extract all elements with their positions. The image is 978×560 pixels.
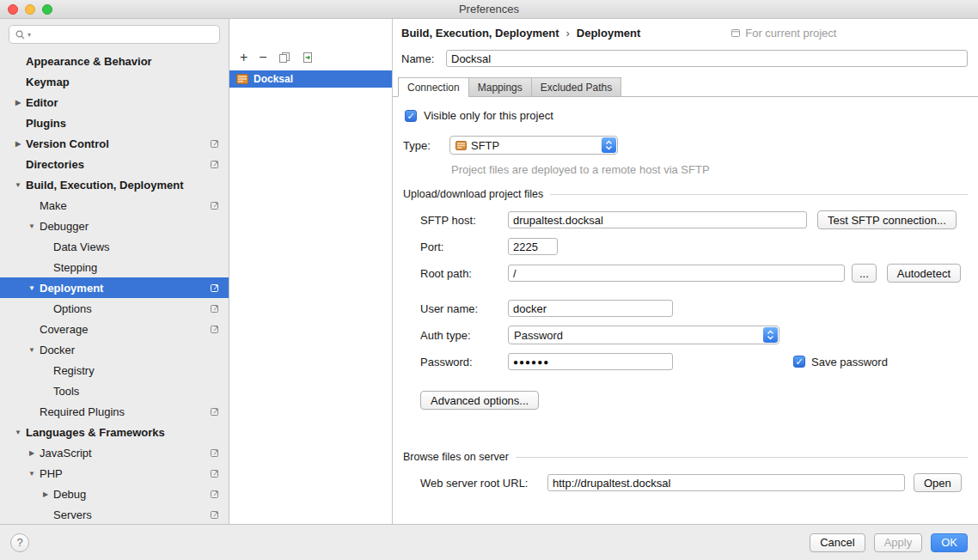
use-as-default-button[interactable] <box>302 51 314 64</box>
sidebar-item-registry[interactable]: Registry <box>0 360 229 380</box>
sftp-host-input[interactable] <box>508 211 807 228</box>
sidebar-item-coverage[interactable]: Coverage <box>0 319 229 339</box>
server-name-input[interactable] <box>446 50 968 67</box>
search-options-chevron-icon[interactable]: ▾ <box>28 31 31 39</box>
sidebar-item-label: Make <box>40 199 229 212</box>
chevron-down-icon[interactable]: ▼ <box>24 346 40 354</box>
server-rows: Docksal <box>229 70 392 88</box>
type-select[interactable]: SFTP <box>449 136 618 155</box>
web-root-input[interactable] <box>547 474 905 491</box>
tab-excluded-paths[interactable]: Excluded Paths <box>531 77 621 97</box>
visible-only-checkbox[interactable]: ✓ <box>405 110 417 122</box>
sidebar-item-php[interactable]: ▼PHP <box>0 463 229 484</box>
upload-section-title: Upload/download project files <box>403 188 543 200</box>
close-button[interactable] <box>8 4 18 15</box>
sidebar-item-javascript[interactable]: ▶JavaScript <box>0 442 229 463</box>
chevron-right-icon[interactable]: ▶ <box>10 140 26 148</box>
breadcrumb-separator: › <box>565 27 569 40</box>
root-path-input[interactable] <box>508 265 845 282</box>
sftp-host-label: SFTP host: <box>420 214 508 227</box>
window-title: Preferences <box>0 3 978 15</box>
apply-button[interactable]: Apply <box>874 533 923 552</box>
copy-server-button[interactable] <box>278 51 290 64</box>
chevron-down-icon[interactable]: ▼ <box>24 284 40 292</box>
sidebar-item-label: Keymap <box>26 76 229 88</box>
search-icon <box>15 29 26 40</box>
chevron-right-icon[interactable]: ▶ <box>24 449 40 457</box>
tab-connection[interactable]: Connection <box>398 77 469 97</box>
server-item-docksal[interactable]: Docksal <box>229 70 392 88</box>
save-password-checkbox[interactable]: ✓ <box>793 356 805 368</box>
save-password-label: Save password <box>811 356 888 368</box>
visible-only-label: Visible only for this project <box>424 109 553 122</box>
sidebar-item-data-views[interactable]: Data Views <box>0 236 229 257</box>
port-label: Port: <box>420 240 508 253</box>
autodetect-button[interactable]: Autodetect <box>887 264 961 283</box>
server-item-label: Docksal <box>254 73 293 85</box>
sidebar-item-tools[interactable]: Tools <box>0 380 229 401</box>
copy-icon <box>278 52 290 64</box>
help-button[interactable]: ? <box>10 533 29 552</box>
test-sftp-connection-button[interactable]: Test SFTP connection... <box>817 210 957 229</box>
sidebar-item-label: Editor <box>26 96 229 109</box>
tab-mappings[interactable]: Mappings <box>468 77 532 97</box>
zoom-button[interactable] <box>42 4 52 15</box>
breadcrumb-deployment: Deployment <box>577 27 640 40</box>
breadcrumb-build-execution-deployment[interactable]: Build, Execution, Deployment <box>401 27 559 40</box>
settings-search-input[interactable] <box>33 28 214 41</box>
sidebar-item-version-control[interactable]: ▶Version Control <box>0 133 229 154</box>
sidebar-item-stepping[interactable]: Stepping <box>0 257 229 277</box>
sidebar-item-plugins[interactable]: Plugins <box>0 113 229 133</box>
sidebar-item-deployment[interactable]: ▼Deployment <box>0 277 229 298</box>
root-path-browse-button[interactable]: ... <box>852 264 877 283</box>
chevron-down-icon[interactable]: ▼ <box>10 429 26 436</box>
auth-type-select[interactable]: Password <box>508 326 779 344</box>
user-name-input[interactable] <box>508 300 673 317</box>
port-input[interactable] <box>508 238 558 255</box>
sidebar-item-docker[interactable]: ▼Docker <box>0 339 229 360</box>
sidebar-item-label: Languages & Frameworks <box>26 426 229 439</box>
add-server-button[interactable]: + <box>240 51 248 64</box>
project-settings-icon <box>210 509 220 520</box>
sidebar-item-directories[interactable]: Directories <box>0 154 229 174</box>
project-settings-icon <box>210 324 220 334</box>
sidebar-item-keymap[interactable]: Keymap <box>0 71 229 92</box>
sidebar-item-label: Registry <box>53 364 229 377</box>
cancel-button[interactable]: Cancel <box>810 533 865 552</box>
chevron-down-icon[interactable]: ▼ <box>10 181 26 189</box>
deployment-settings-panel: Build, Execution, Deployment › Deploymen… <box>393 19 978 524</box>
sidebar-item-label: Version Control <box>26 137 229 150</box>
sidebar-item-build-execution-deployment[interactable]: ▼Build, Execution, Deployment <box>0 174 229 195</box>
sidebar-item-languages-frameworks[interactable]: ▼Languages & Frameworks <box>0 422 229 442</box>
sidebar-item-editor[interactable]: ▶Editor <box>0 92 229 113</box>
sidebar-item-make[interactable]: Make <box>0 195 229 216</box>
ok-button[interactable]: OK <box>931 533 968 552</box>
advanced-options-button[interactable]: Advanced options... <box>420 391 539 410</box>
settings-search-field[interactable]: ▾ <box>9 25 220 44</box>
password-input[interactable] <box>508 353 673 370</box>
project-settings-icon <box>210 159 220 169</box>
project-settings-icon <box>210 303 220 313</box>
remove-server-button[interactable]: − <box>259 51 266 64</box>
sidebar-item-label: PHP <box>40 467 229 480</box>
sidebar-item-options[interactable]: Options <box>0 298 229 319</box>
sidebar-item-label: Coverage <box>40 323 229 336</box>
sidebar-item-debug[interactable]: ▶Debug <box>0 484 229 504</box>
sidebar-item-appearance-behavior[interactable]: Appearance & Behavior <box>0 51 229 71</box>
sidebar-item-label: Data Views <box>53 240 229 253</box>
sidebar-item-label: Tools <box>53 385 229 398</box>
sidebar-item-label: Deployment <box>40 282 229 295</box>
sidebar-item-debugger[interactable]: ▼Debugger <box>0 216 229 236</box>
chevron-right-icon[interactable]: ▶ <box>38 490 53 498</box>
dropdown-stepper-icon <box>763 327 778 343</box>
chevron-down-icon[interactable]: ▼ <box>24 470 40 478</box>
sidebar-item-label: Appearance & Behavior <box>26 55 229 68</box>
sidebar-item-label: Docker <box>40 344 229 356</box>
chevron-right-icon[interactable]: ▶ <box>10 99 26 107</box>
sidebar-item-required-plugins[interactable]: Required Plugins <box>0 401 229 422</box>
open-button[interactable]: Open <box>914 473 962 492</box>
chevron-down-icon[interactable]: ▼ <box>24 222 40 230</box>
name-label: Name: <box>401 52 446 65</box>
sidebar-item-servers[interactable]: Servers <box>0 504 229 524</box>
minimize-button[interactable] <box>25 4 35 15</box>
